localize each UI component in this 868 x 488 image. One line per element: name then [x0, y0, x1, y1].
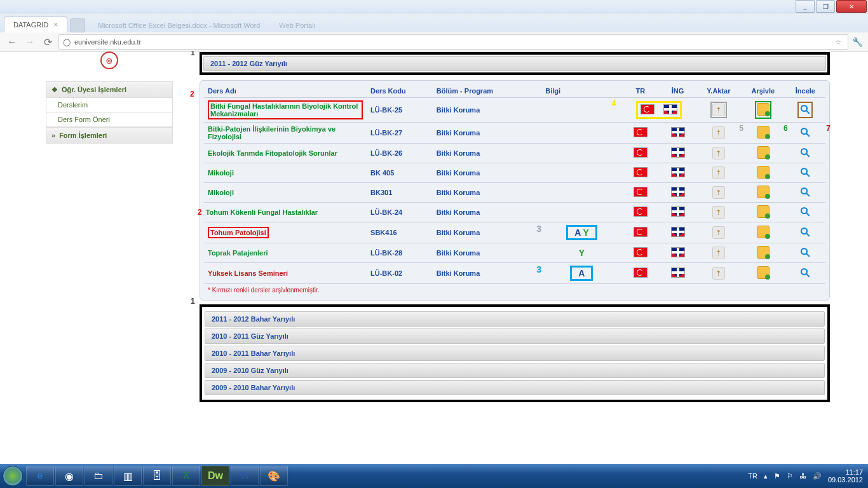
taskbar-app-explorer[interactable]: 🗀 [85, 466, 112, 486]
flag-uk-icon[interactable] [671, 207, 685, 217]
flag-uk-icon[interactable] [663, 104, 677, 114]
semester-header-collapsed[interactable]: 2010 - 2011 Güz Yarıyılı [205, 329, 825, 344]
flag-tr-icon[interactable] [634, 187, 648, 197]
col-ders-kodu[interactable]: Ders Kodu [367, 85, 433, 98]
archive-icon[interactable] [757, 186, 770, 198]
window-minimize-button[interactable]: _ [796, 0, 815, 13]
taskbar-app-ie[interactable]: e [26, 466, 54, 486]
transfer-icon[interactable]: ⇡ [712, 226, 725, 239]
course-name-link[interactable]: Bitki-Patojen İlişkilerinin Biyokimya ve… [208, 125, 336, 140]
archive-icon[interactable] [757, 205, 770, 218]
sidebar-item-ders-form-oneri[interactable]: Ders Form Öneri [46, 112, 173, 127]
archive-icon[interactable] [757, 226, 770, 238]
tray-up-icon[interactable]: ▴ [764, 472, 768, 480]
inspect-icon[interactable] [799, 109, 811, 116]
course-name-link[interactable]: Yüksek Lisans Semineri [208, 269, 288, 277]
back-button[interactable]: ← [5, 35, 19, 49]
tray-language[interactable]: TR [748, 472, 757, 480]
taskbar-app-excel[interactable]: X [172, 466, 200, 486]
sidebar-item-derslerim[interactable]: Derslerim [46, 98, 173, 112]
archive-icon[interactable] [757, 246, 770, 259]
tray-volume-icon[interactable]: 🔊 [813, 472, 822, 480]
taskbar-app-word[interactable]: W [231, 466, 259, 486]
forward-button[interactable]: → [23, 35, 37, 49]
flag-uk-icon[interactable] [671, 167, 685, 177]
settings-wrench-icon[interactable]: 🔧 [852, 37, 863, 47]
start-button[interactable] [0, 464, 25, 488]
inspect-icon[interactable] [799, 152, 811, 159]
flag-uk-icon[interactable] [671, 127, 685, 137]
transfer-icon[interactable]: ⇡ [712, 126, 725, 139]
inspect-icon[interactable] [799, 252, 811, 259]
col-tr[interactable]: TR [622, 85, 660, 98]
inspect-icon[interactable] [799, 191, 811, 199]
taskbar-app-db[interactable]: 🗄 [143, 466, 171, 486]
transfer-icon[interactable]: ⇡ [712, 206, 725, 219]
flag-tr-icon[interactable] [634, 207, 648, 217]
inspect-icon[interactable] [799, 231, 811, 239]
reload-button[interactable]: ⟳ [41, 35, 55, 49]
flag-tr-icon[interactable] [634, 127, 648, 137]
course-name-link[interactable]: Tohum Patolojisi [208, 227, 269, 238]
semester-header-collapsed[interactable]: 2009 - 2010 Güz Yarıyılı [205, 363, 825, 378]
archive-icon[interactable] [757, 266, 770, 279]
taskbar-app-paint[interactable]: 🎨 [260, 466, 288, 486]
col-arsivle[interactable]: Arşivle [741, 85, 785, 98]
course-name-link[interactable]: Mikoloji [208, 189, 234, 196]
transfer-icon[interactable]: ⇡ [712, 186, 725, 199]
bookmark-star-icon[interactable]: ☆ [835, 38, 841, 46]
archive-icon[interactable] [757, 166, 770, 179]
archive-icon[interactable] [757, 103, 770, 116]
flag-tr-icon[interactable] [634, 167, 648, 177]
flag-tr-icon[interactable] [634, 268, 648, 278]
tray-action-center-icon[interactable]: ⚐ [787, 472, 793, 480]
taskbar-app-generic[interactable]: ▥ [114, 466, 142, 486]
sidebar-section-form-islemleri[interactable]: » Form İşlemleri [46, 127, 173, 144]
tab-close-icon[interactable]: × [53, 17, 58, 32]
transfer-icon[interactable]: ⇡ [712, 267, 725, 280]
course-name-link[interactable]: Mikoloji [208, 169, 234, 177]
taskbar-app-chrome[interactable]: ◉ [55, 466, 83, 486]
system-tray[interactable]: TR ▴ ⚑ ⚐ 🖧 🔊 11:17 09.03.2012 [743, 468, 868, 484]
transfer-icon[interactable]: ⇡ [712, 247, 725, 259]
semester-header-collapsed[interactable]: 2010 - 2011 Bahar Yarıyılı [205, 346, 825, 361]
course-name-link[interactable]: Toprak Patajenleri [208, 249, 268, 257]
window-maximize-button[interactable]: ❐ [816, 0, 835, 13]
course-name-link[interactable]: Ekolojik Tarımda Fitopatolojik Sorunlar [208, 149, 337, 157]
col-bilgi[interactable]: Bilgi [541, 85, 621, 98]
col-ing[interactable]: İNG [659, 85, 696, 98]
col-ders-adi[interactable]: Ders Adı [204, 85, 367, 98]
semester-header-open[interactable]: 2011 - 2012 Güz Yarıyılı [203, 56, 826, 71]
transfer-icon[interactable]: ⇡ [712, 147, 725, 159]
flag-tr-icon[interactable] [641, 104, 654, 114]
flag-uk-icon[interactable] [671, 227, 685, 237]
tray-clock[interactable]: 11:17 09.03.2012 [828, 468, 863, 484]
col-bolum-program[interactable]: Bölüm - Program [433, 85, 541, 98]
course-name-link[interactable]: Bitki Fungal Hastalıklarının Biyolojik K… [208, 100, 363, 119]
taskbar-app-dreamweaver[interactable]: Dw [201, 466, 229, 486]
flag-tr-icon[interactable] [634, 147, 648, 158]
col-incele[interactable]: İncele [785, 85, 825, 98]
address-bar[interactable]: ◯ euniversite.nku.edu.tr ☆ [58, 34, 848, 50]
semester-header-collapsed[interactable]: 2009 - 2010 Bahar Yarıyılı [205, 380, 825, 395]
inspect-icon[interactable] [799, 132, 811, 139]
sidebar-section-ogr-uyesi[interactable]: ❖ Öğr. Üyesi İşlemleri [46, 81, 173, 98]
flag-tr-icon[interactable] [634, 227, 648, 237]
archive-icon[interactable] [757, 146, 770, 159]
flag-uk-icon[interactable] [671, 147, 685, 158]
archive-icon[interactable] [757, 126, 770, 139]
flag-tr-icon[interactable] [634, 247, 648, 257]
transfer-icon[interactable]: ⇡ [712, 104, 725, 116]
flag-uk-icon[interactable] [671, 247, 685, 257]
inspect-icon[interactable] [799, 172, 811, 179]
semester-header-collapsed[interactable]: 2011 - 2012 Bahar Yarıyılı [205, 311, 825, 327]
new-tab-button[interactable] [70, 18, 85, 32]
inspect-icon[interactable] [799, 272, 811, 280]
browser-tab-active[interactable]: DATAGRID × [4, 17, 67, 32]
flag-uk-icon[interactable] [671, 187, 685, 197]
transfer-icon[interactable]: ⇡ [712, 166, 725, 179]
flag-uk-icon[interactable] [671, 268, 685, 278]
tray-flag-icon[interactable]: ⚑ [774, 472, 780, 480]
course-name-link[interactable]: Tohum Kökenli Fungal Hastalıklar [206, 208, 318, 216]
col-yaktar[interactable]: Y.Aktar [696, 85, 741, 98]
